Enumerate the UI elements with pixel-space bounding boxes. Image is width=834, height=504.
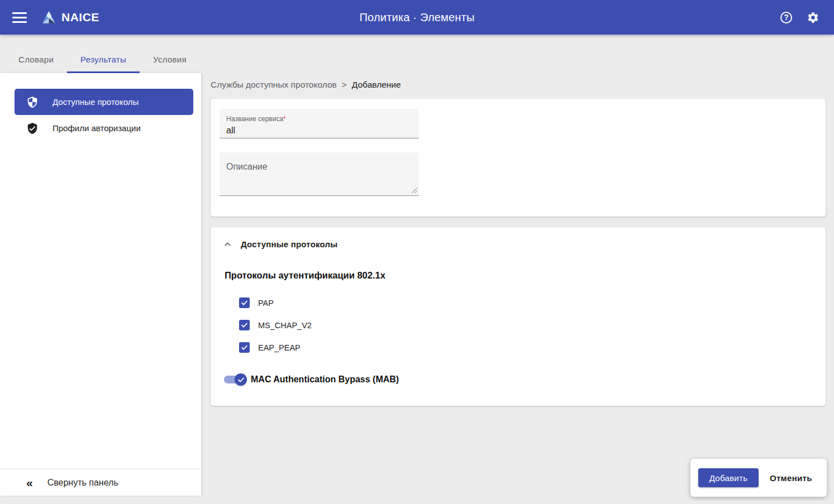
chevron-up-icon <box>223 239 232 249</box>
shield-half-icon <box>26 96 39 108</box>
sidebar-item-allowed-protocols[interactable]: Доступные протоколы <box>15 89 193 115</box>
checkbox-row-ms-chap-v2[interactable]: MS_CHAP_V2 <box>239 320 312 330</box>
service-name-field[interactable]: Название сервиса* <box>220 109 419 138</box>
menu-icon[interactable] <box>12 12 27 23</box>
service-form-card: Название сервиса* <box>211 99 826 217</box>
checkbox-row-pap[interactable]: PAP <box>239 297 274 308</box>
add-button[interactable]: Добавить <box>698 468 759 487</box>
allowed-protocols-card: Доступные протоколы Протоколы аутентифик… <box>211 227 826 406</box>
breadcrumb-separator-icon: > <box>342 80 347 90</box>
action-panel: Добавить Отменить <box>690 459 827 497</box>
toggle-check-icon <box>235 373 247 386</box>
mab-toggle[interactable] <box>224 376 245 383</box>
settings-gear-icon[interactable] <box>807 11 819 24</box>
service-name-label: Название сервиса <box>226 115 283 123</box>
protocols-section-toggle[interactable]: Доступные протоколы <box>223 239 337 249</box>
tab-bar: Словари Результаты Условия <box>0 35 834 73</box>
cancel-button[interactable]: Отменить <box>770 473 812 483</box>
protocols-section-title: Доступные протоколы <box>241 239 337 249</box>
collapse-panel-label: Свернуть панель <box>47 478 118 488</box>
description-field[interactable] <box>220 152 419 196</box>
help-icon[interactable]: ? <box>780 12 792 23</box>
app-logo: NAICE <box>41 10 99 25</box>
tab-conditions[interactable]: Условия <box>140 47 200 73</box>
required-asterisk: * <box>283 115 286 123</box>
collapse-panel-button[interactable]: « Свернуть панель <box>0 469 201 496</box>
sidebar-item-label: Доступные протоколы <box>53 97 139 107</box>
checkbox-label: MS_CHAP_V2 <box>258 321 312 330</box>
tab-dictionaries[interactable]: Словари <box>5 47 67 73</box>
main-content: Службы доступных протоколов > Добавление… <box>201 73 834 504</box>
checkbox-label: PAP <box>258 299 274 308</box>
collapse-panel-icon: « <box>26 477 33 488</box>
checkbox-checked-icon[interactable] <box>239 297 250 308</box>
description-textarea[interactable] <box>220 152 419 195</box>
breadcrumb-parent[interactable]: Службы доступных протоколов <box>211 80 337 90</box>
sidebar-item-label: Профили авторизации <box>53 123 141 133</box>
mab-toggle-row[interactable]: MAC Authentication Bypass (MAB) <box>224 375 399 385</box>
brand-name: NAICE <box>61 11 99 24</box>
shield-check-icon <box>26 122 39 135</box>
app-bar: NAICE Политика · Элементы ? <box>0 0 834 35</box>
sidebar-item-authorization-profiles[interactable]: Профили авторизации <box>15 115 193 141</box>
checkbox-checked-icon[interactable] <box>239 342 250 353</box>
service-name-input[interactable] <box>226 126 412 136</box>
sidebar: Доступные протоколы Профили авторизации … <box>0 73 201 496</box>
breadcrumb: Службы доступных протоколов > Добавление <box>211 80 401 90</box>
tab-results[interactable]: Результаты <box>67 47 140 73</box>
checkbox-label: EAP_PEAP <box>258 343 301 352</box>
auth-protocols-heading: Протоколы аутентификации 802.1x <box>225 270 385 281</box>
page-title: Политика · Элементы <box>359 11 474 24</box>
mab-toggle-label: MAC Authentication Bypass (MAB) <box>251 375 399 385</box>
logo-triangle-icon <box>41 10 56 25</box>
breadcrumb-current: Добавление <box>352 80 401 90</box>
checkbox-row-eap-peap[interactable]: EAP_PEAP <box>239 342 301 353</box>
checkbox-checked-icon[interactable] <box>239 320 250 330</box>
resize-handle-icon[interactable] <box>412 188 417 193</box>
